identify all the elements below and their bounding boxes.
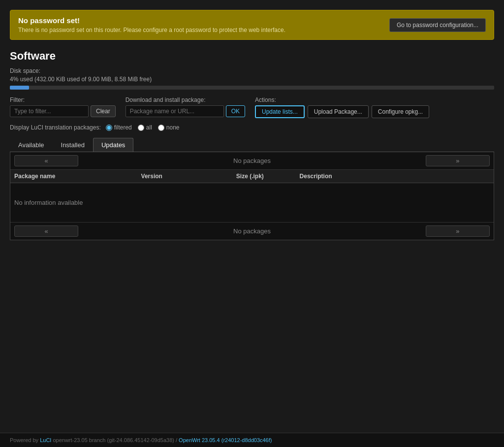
filter-label: Filter: [10, 96, 116, 103]
col-header-description: Description [300, 173, 490, 180]
warning-title: No password set! [18, 16, 285, 25]
warning-message: There is no password set on this router.… [18, 27, 285, 33]
tab-installed[interactable]: Installed [53, 138, 93, 152]
prev-button-top[interactable]: « [14, 155, 78, 166]
download-inner: OK [126, 105, 245, 117]
footer-luci-version: openwrt-23.05 branch (git-24.086.45142-0… [53, 437, 174, 443]
luci-all-option[interactable]: all [138, 124, 152, 131]
luci-all-label: all [146, 124, 152, 131]
tab-updates[interactable]: Updates [93, 138, 133, 152]
no-info-text: No information available [14, 199, 83, 206]
luci-none-radio[interactable] [158, 125, 164, 131]
luci-filtered-radio[interactable] [106, 125, 112, 131]
luci-filtered-option[interactable]: filtered [106, 124, 132, 131]
prev-button-bottom[interactable]: « [14, 225, 78, 237]
disk-space-info: 4% used (432.00 KiB used of 9.00 MiB, 8.… [10, 76, 494, 83]
tab-available[interactable]: Available [10, 138, 53, 152]
col-header-size: Size (.ipk) [236, 173, 300, 180]
next-button-top[interactable]: » [426, 155, 490, 166]
ok-button[interactable]: OK [226, 105, 245, 117]
table-area: « No packages » Package name Version Siz… [10, 152, 494, 240]
table-header: Package name Version Size (.ipk) Descrip… [10, 170, 494, 183]
luci-none-label: none [166, 124, 180, 131]
download-label: Download and install package: [126, 96, 245, 103]
warning-banner: No password set! There is no password se… [10, 10, 494, 40]
go-password-button[interactable]: Go to password configuration... [389, 18, 486, 32]
no-info-row: No information available [10, 183, 494, 223]
col-header-version: Version [141, 173, 236, 180]
footer-openwrt-link[interactable]: OpenWrt 23.05.4 (r24012-d8dd03c46f) [179, 437, 272, 443]
next-button-bottom[interactable]: » [426, 225, 490, 237]
warning-text: No password set! There is no password se… [18, 16, 285, 33]
bottom-pagination-row: « No packages » [10, 223, 494, 240]
clear-button[interactable]: Clear [91, 105, 116, 117]
no-packages-top: No packages [233, 157, 271, 164]
disk-space-progress-bar [10, 86, 494, 90]
footer: Powered by LuCI openwrt-23.05 branch (gi… [0, 433, 504, 447]
luci-all-radio[interactable] [138, 125, 144, 131]
actions-group: Actions: Update lists... Upload Package.… [255, 96, 429, 118]
luci-row: Display LuCI translation packages: filte… [10, 124, 494, 131]
url-input[interactable] [126, 105, 224, 117]
download-group: Download and install package: OK [126, 96, 245, 117]
disk-space-label: Disk space: [10, 67, 494, 74]
configure-opkg-button[interactable]: Configure opkg... [372, 105, 429, 118]
footer-powered-by: Powered by [10, 437, 38, 443]
no-packages-bottom: No packages [233, 227, 271, 235]
actions-label: Actions: [255, 96, 429, 103]
filter-group: Filter: Clear [10, 96, 116, 117]
footer-luci-link[interactable]: LuCI [40, 437, 53, 443]
actions-buttons: Update lists... Upload Package... Config… [255, 105, 429, 118]
page-title: Software [10, 50, 494, 63]
top-pagination-row: « No packages » [10, 152, 494, 170]
luci-none-option[interactable]: none [158, 124, 180, 131]
controls-row: Filter: Clear Download and install packa… [10, 96, 494, 118]
update-lists-button[interactable]: Update lists... [255, 105, 305, 118]
upload-package-button[interactable]: Upload Package... [308, 105, 369, 118]
filter-inner: Clear [10, 105, 116, 117]
disk-space-fill [10, 86, 29, 90]
luci-label: Display LuCI translation packages: [10, 124, 101, 131]
luci-radio-group: filtered all none [106, 124, 180, 131]
tabs-row: Available Installed Updates [10, 138, 494, 152]
luci-filtered-label: filtered [114, 124, 132, 131]
col-header-package-name: Package name [14, 173, 141, 180]
filter-input[interactable] [10, 105, 89, 117]
